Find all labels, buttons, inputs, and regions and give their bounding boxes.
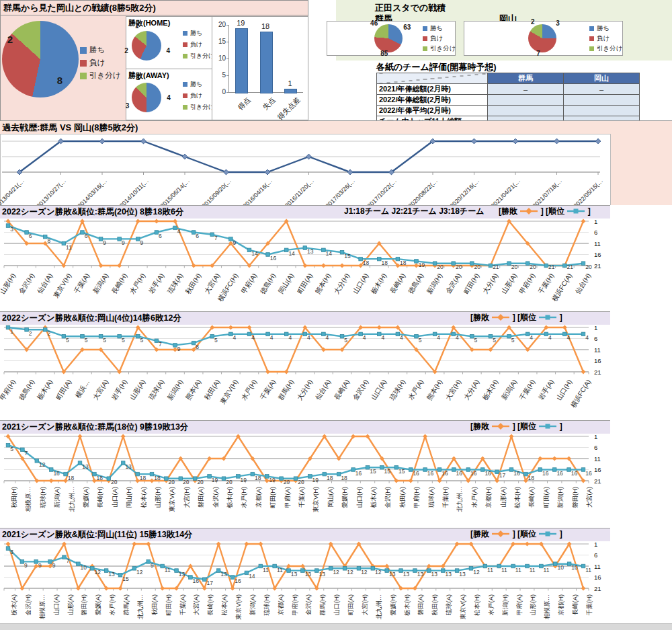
chart-text: 12: [39, 461, 46, 468]
pie-value-label: 63: [403, 23, 411, 30]
rank-point: [567, 562, 571, 566]
chart-text: 21: [594, 477, 601, 485]
rank-point: [294, 477, 298, 481]
rank-point: [77, 562, 81, 566]
chart-text: 5: [493, 337, 496, 344]
rank-point: [64, 472, 68, 476]
chart-text: 16: [513, 470, 520, 477]
rank-point: [377, 332, 381, 336]
rank-point: [380, 465, 384, 469]
table-row: 2021/年俸総額(2月時) – –: [377, 84, 640, 95]
result-point: [284, 370, 289, 375]
chart-text: 18: [381, 260, 388, 266]
rank-point: [489, 264, 493, 268]
rank-point: [222, 477, 226, 481]
chart-text: 20: [197, 479, 204, 485]
lose-swatch: [80, 60, 87, 67]
rank-point: [229, 237, 233, 241]
x-axis-label: 東京V(A): [459, 594, 468, 623]
cell-value: [488, 106, 564, 116]
chart-text: 5: [344, 337, 347, 344]
result-point: [6, 542, 11, 547]
data-point: [347, 169, 353, 175]
rank-point: [118, 334, 122, 338]
result-point: [99, 264, 103, 268]
pie-value-label: 1: [136, 73, 140, 81]
chart-text: 8: [196, 344, 199, 350]
chart-text: 11: [515, 567, 521, 574]
rank-point: [396, 332, 400, 336]
result-point: [245, 542, 249, 547]
rank-point: [452, 332, 456, 336]
head-to-head-title: 群馬から見た岡山との戦績(8勝5敗2分): [1, 1, 308, 15]
rank-point: [427, 569, 431, 573]
rank-point: [118, 237, 122, 241]
rank-point: [210, 334, 214, 338]
s2021-okayama-plot: 1611162139997101213151291113161713161411…: [0, 541, 608, 593]
bottom-strip: [0, 623, 672, 630]
rank-point: [62, 555, 67, 559]
chart-text: 19: [241, 477, 247, 483]
chart-text: 11: [544, 567, 550, 574]
chart-text: 4: [585, 334, 589, 341]
result-point: [117, 264, 122, 268]
chart-text: 15: [398, 468, 405, 475]
chart-text: 20: [530, 264, 536, 270]
league-size-note: J1:18チーム J2:21チーム J3:18チーム: [344, 206, 484, 217]
rank-point: [483, 564, 487, 568]
rank-point: [6, 547, 10, 551]
rank-point: [371, 567, 375, 571]
pie-disc: [132, 83, 161, 112]
season-chart: 1611162139997101213151291113161713161411…: [0, 541, 608, 593]
pie-value-label: 4: [167, 94, 171, 102]
rank-point: [229, 332, 233, 336]
result-point: [146, 542, 151, 547]
cell-value: [488, 95, 564, 106]
rank-point: [359, 332, 363, 336]
chart-text: 9: [151, 562, 154, 569]
rank-point: [433, 332, 437, 336]
shoda-gunma-legend: 勝ち 負け 引き分け: [423, 24, 456, 54]
chart-text: 18: [528, 475, 535, 481]
chart-text: 18: [255, 475, 261, 481]
chart-text: 12: [361, 569, 368, 576]
rank-point: [150, 472, 154, 476]
x-axis-label: 秋田(H): [431, 594, 439, 623]
chart-text: 11: [594, 346, 601, 354]
result-point: [136, 219, 140, 224]
rank-point: [25, 328, 29, 332]
x-axis-label: 栃木(A): [10, 594, 19, 623]
eval-col-gunma: 群馬: [488, 73, 564, 84]
result-point: [377, 325, 382, 330]
x-axis-label: 群馬(A): [122, 594, 131, 623]
data-point: [513, 139, 518, 144]
s2021-gunma-plot: 1611162157121618131820131818202020192019…: [0, 433, 608, 485]
x-axis-label: 山形(H): [529, 594, 538, 623]
past-results-chart: 2013/04/21(…2013/10/27(…2014/03/16(…2014…: [0, 134, 611, 207]
pie-value-label: 85: [380, 50, 388, 57]
x-axis-label: 町田(A): [347, 594, 355, 623]
rank-point: [251, 472, 255, 476]
chart-text: 11: [594, 563, 601, 570]
rank-point: [466, 468, 470, 472]
chart-text: 16: [594, 251, 601, 258]
rank-point: [21, 448, 25, 452]
chart-text: 16: [585, 470, 592, 477]
chart-legend: [勝敗 ] [順位 ]: [470, 312, 562, 323]
chart-text: 9: [122, 239, 125, 246]
x-axis-label: 千葉(H): [585, 594, 594, 623]
past-results-title: 過去戦歴:群馬 VS 岡山(8勝5敗2分): [0, 121, 672, 134]
x-axis-label: 町田(H): [165, 594, 173, 623]
rank-point: [480, 468, 485, 472]
rank-point: [280, 477, 284, 481]
chart-text: 11: [594, 240, 601, 247]
chart-text: 9: [24, 562, 28, 569]
rank-point: [340, 250, 344, 254]
rank-point: [202, 578, 206, 582]
chart-text: 20: [183, 479, 190, 485]
shoda-okayama-box: 372 勝ち 負け 引き分け: [464, 21, 623, 56]
rank-point: [455, 569, 459, 573]
x-axis-label: 水戸(A): [487, 594, 496, 623]
rank-point: [399, 569, 403, 573]
result-point: [552, 457, 557, 461]
